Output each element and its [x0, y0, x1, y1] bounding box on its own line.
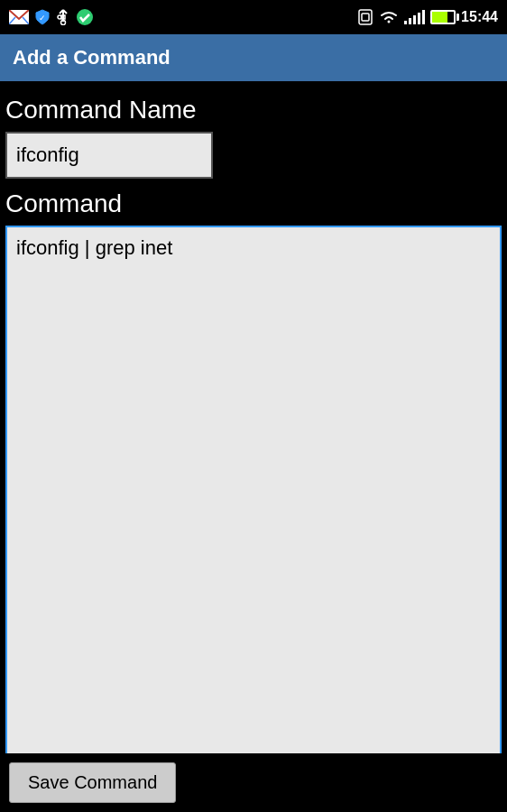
sim-icon: [357, 9, 373, 25]
svg-rect-12: [362, 14, 369, 21]
command-textarea[interactable]: ifconfig | grep inet: [5, 226, 502, 758]
svg-point-10: [77, 9, 93, 25]
command-name-label: Command Name: [5, 96, 502, 125]
svg-rect-11: [359, 10, 372, 24]
title-bar: Add a Command: [0, 34, 507, 81]
command-label: Command: [5, 189, 502, 218]
signal-bars: [404, 10, 425, 24]
shield-icon: ✓: [34, 9, 51, 25]
svg-point-9: [61, 21, 66, 25]
status-bar-right: 15:44: [357, 9, 498, 25]
main-content: Command Name Command ifconfig | grep ine…: [0, 81, 507, 767]
svg-text:✓: ✓: [39, 14, 46, 23]
usb-icon: [56, 9, 70, 25]
save-command-button[interactable]: Save Command: [9, 762, 176, 803]
battery-icon: [430, 10, 456, 24]
gmail-icon: [9, 10, 29, 24]
command-name-input[interactable]: [5, 132, 213, 179]
page-title: Add a Command: [13, 46, 171, 69]
status-bar-left: ✓: [9, 8, 94, 26]
status-time: 15:44: [461, 9, 498, 25]
bottom-bar: Save Command: [0, 753, 507, 812]
check-circle-icon: [76, 8, 94, 26]
status-bar: ✓: [0, 0, 507, 34]
wifi-icon: [379, 9, 399, 25]
